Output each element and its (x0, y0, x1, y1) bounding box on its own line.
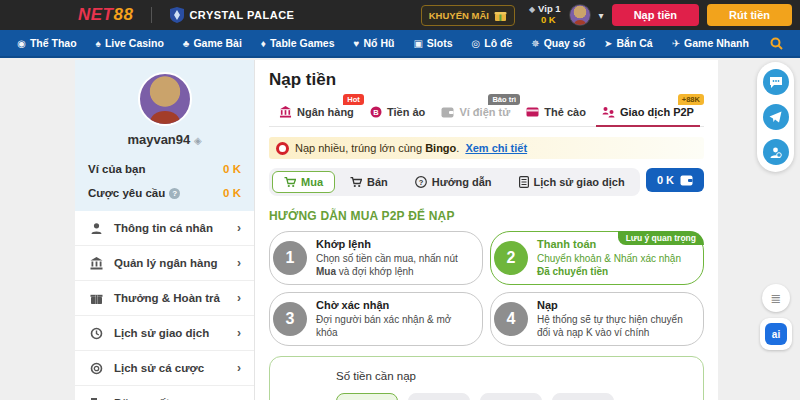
sidebar-item-logout[interactable]: Đăng xuất (75, 386, 254, 400)
fast-game-icon: ✈ (672, 38, 680, 49)
sidebar-item-transaction-history[interactable]: Lịch sử giao dịch › (75, 316, 254, 351)
bank-icon (279, 106, 292, 118)
nav-item-lo-de[interactable]: ◎Lô đề (472, 37, 513, 49)
amount-option-500k[interactable]: 500 K (408, 393, 470, 400)
sidebar-item-personal-info[interactable]: Thông tin cá nhân › (75, 211, 254, 246)
tab-label: Ví điện tử (459, 106, 510, 118)
nav-item-live-casino[interactable]: ♠Live Casino (96, 37, 164, 49)
sidebar-item-bank-management[interactable]: Quản lý ngân hàng › (75, 246, 254, 281)
promo-details-link[interactable]: Xem chi tiết (465, 142, 527, 154)
support-agent-icon[interactable] (763, 139, 789, 165)
vip-badge-icon: ◈ (194, 135, 202, 146)
account-sidebar: mayvan94 ◈ Ví của bạn 0 K Cược yêu cầu ?… (75, 60, 255, 400)
vip-status[interactable]: ◆ Vip 1 0 K (529, 4, 561, 26)
sidebar-item-label: Thông tin cá nhân (114, 222, 227, 234)
step-number: 2 (494, 241, 528, 275)
logo-net-text: NET (78, 5, 114, 25)
content-area: mayvan94 ◈ Ví của bạn 0 K Cược yêu cầu ?… (75, 60, 718, 400)
chevron-right-icon: › (237, 361, 241, 375)
username: mayvan94 (127, 132, 190, 147)
ai-badge: ai (765, 323, 787, 345)
user-avatar[interactable] (569, 4, 591, 26)
document-icon (519, 176, 529, 188)
gift-icon (88, 292, 104, 305)
crystal-palace-shield-icon (170, 7, 184, 23)
promo-text-pre: Nạp nhiều, trúng lớn cùng (295, 142, 425, 154)
step-number: 1 (273, 241, 307, 275)
amount-options-row: 100 K 500 K 1,000 K 5,000 K (336, 393, 689, 400)
nav-item-quay-so[interactable]: ✵Quay số (531, 37, 585, 49)
important-note-badge: Lưu ý quan trọng (618, 231, 704, 245)
tab-label: Ngân hàng (297, 106, 354, 118)
chevron-down-icon[interactable]: ▾ (599, 10, 604, 21)
step-title: Khớp lệnh (316, 238, 472, 250)
jackpot-icon: ♥ (354, 38, 360, 49)
tab-label: Giao dịch P2P (620, 106, 694, 118)
ai-assistant-button[interactable]: ai (760, 318, 792, 350)
step-card-3: 3 Chờ xác nhận Đợi người bán xác nhận & … (269, 292, 483, 346)
tab-p2p[interactable]: Giao dịch P2P +88K (596, 102, 700, 126)
required-bet-label: Cược yêu cầu (88, 187, 165, 199)
sidebar-item-bet-history[interactable]: Lịch sử cá cược › (75, 351, 254, 386)
nav-item-slots[interactable]: ▣Slots (413, 37, 452, 49)
amount-option-1000k[interactable]: 1,000 K (480, 393, 542, 400)
wallet-value: 0 K (223, 163, 241, 175)
crypto-coin-icon: B (370, 106, 382, 118)
promotion-button-label: KHUYẾN MÃI (429, 10, 489, 21)
partner-brand: CRYSTAL PALACE (170, 7, 294, 23)
p2p-balance-button[interactable]: 0 K (646, 168, 704, 192)
fish-icon: ➤ (604, 38, 612, 49)
tab-ewallet[interactable]: Ví điện tử Bảo trì (435, 102, 516, 126)
menu-list-icon[interactable]: ≣ (762, 284, 790, 312)
search-icon[interactable] (770, 37, 783, 50)
slots-icon: ▣ (413, 38, 422, 49)
tab-bank[interactable]: Ngân hàng Hot (273, 102, 360, 126)
sidebar-item-rewards[interactable]: Thưởng & Hoàn trả › (75, 281, 254, 316)
nav-item-game-nhanh[interactable]: ✈Game Nhanh (672, 37, 749, 49)
cards-icon: ♣ (183, 38, 190, 49)
person-icon (88, 222, 104, 235)
svg-text:B: B (373, 108, 379, 117)
p2p-badge: +88K (678, 94, 704, 105)
diamond-icon: ◆ (529, 5, 535, 14)
net88-logo[interactable]: NET 88 (78, 5, 133, 25)
nav-item-table-games[interactable]: ♦Table Games (261, 37, 335, 49)
step-desc-bold: Đã chuyển tiền (537, 266, 608, 277)
cart-icon (350, 177, 362, 188)
telegram-icon[interactable] (763, 104, 789, 130)
amount-option-100k[interactable]: 100 K (336, 393, 398, 400)
segment-label: Bán (367, 176, 388, 188)
chevron-right-icon: › (237, 326, 241, 340)
wallet-row: Ví của bạn 0 K (88, 163, 241, 175)
segment-history[interactable]: Lịch sử giao dịch (507, 171, 637, 193)
logout-icon (88, 397, 104, 400)
help-icon[interactable]: ? (169, 188, 180, 199)
page-title: Nạp tiền (269, 70, 704, 90)
guide-title: HƯỚNG DẪN MUA P2P ĐỂ NẠP (269, 209, 704, 223)
deposit-button[interactable]: Nạp tiền (612, 4, 699, 26)
segment-label: Hướng dẫn (432, 176, 492, 188)
chat-icon[interactable] (763, 69, 789, 95)
tab-scratch-card[interactable]: Thẻ cào (520, 102, 592, 126)
segment-sell[interactable]: Bán (338, 171, 400, 193)
segment-guide[interactable]: ? Hướng dẫn (403, 171, 504, 193)
step-card-1: 1 Khớp lệnh Chọn số tiền cần mua, nhấn n… (269, 231, 483, 285)
step-desc-pre: Đợi người bán xác nhận & mở khóa (316, 314, 451, 338)
withdraw-button[interactable]: Rút tiền (707, 4, 792, 26)
promotion-button[interactable]: KHUYẾN MÃI (421, 5, 515, 26)
nav-item-no-hu[interactable]: ♥Nổ Hũ (354, 37, 395, 49)
nav-item-ban-ca[interactable]: ➤Bắn Cá (604, 37, 653, 49)
maintenance-badge: Bảo trì (488, 94, 520, 105)
profile-avatar[interactable] (138, 72, 192, 126)
nav-item-the-thao[interactable]: ◉Thể Thao (17, 37, 76, 49)
segment-buy[interactable]: Mua (272, 171, 335, 193)
tab-crypto[interactable]: B Tiền ảo (364, 102, 431, 126)
nav-item-game-bai[interactable]: ♣Game Bài (183, 37, 242, 49)
amount-option-5000k[interactable]: 5,000 K (552, 393, 614, 400)
step-desc-pre: Hệ thống sẽ tự thực hiện chuyển đổi và n… (537, 314, 683, 338)
gift-icon (494, 9, 507, 22)
page: NET 88 CRYSTAL PALACE KHUYẾN MÃI ◆ Vip 1… (0, 0, 800, 400)
required-bet-value: 0 K (223, 187, 241, 199)
vip-balance: 0 K (541, 15, 556, 26)
question-icon: ? (415, 176, 427, 188)
